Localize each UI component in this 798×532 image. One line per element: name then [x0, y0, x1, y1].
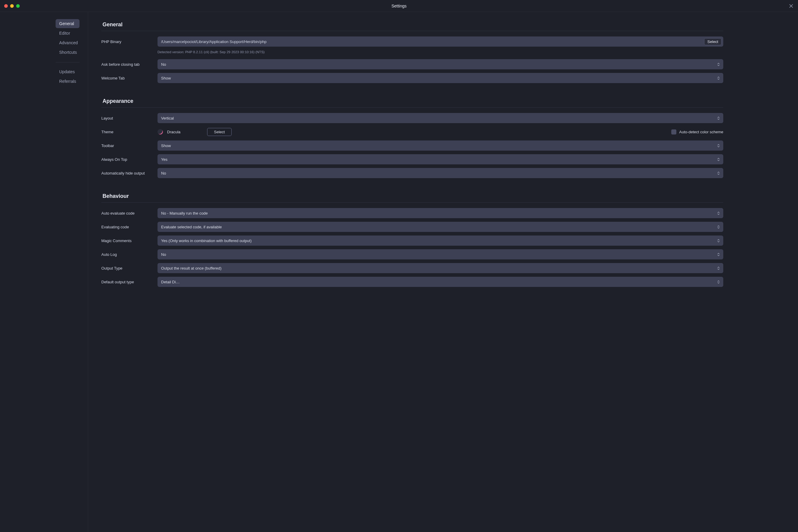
select-ask-before-closing[interactable]: No [157, 59, 723, 69]
section-behaviour: Behaviour Auto evaluate code No - Manual… [101, 192, 723, 287]
php-binary-value: /Users/marcelpociot/Library/Application … [161, 39, 704, 44]
section-appearance: Appearance Layout Vertical [101, 97, 723, 178]
php-version-detected: Detected version: PHP 8.2.11 (cli) (buil… [157, 50, 723, 54]
row-theme: Theme Dracula Select Auto-detect color s… [101, 127, 723, 137]
sidebar-item-shortcuts[interactable]: Shortcuts [56, 48, 79, 57]
select-auto-hide-output[interactable]: No [157, 168, 723, 178]
label-toolbar: Toolbar [101, 144, 157, 148]
sidebar-item-editor[interactable]: Editor [56, 29, 79, 38]
row-default-output-type: Default output type Detail Di… [101, 277, 723, 287]
php-binary-select-button[interactable]: Select [704, 38, 721, 45]
row-always-on-top: Always On Top Yes [101, 154, 723, 164]
sidebar-item-general[interactable]: General [56, 19, 79, 28]
label-theme: Theme [101, 130, 157, 134]
close-icon[interactable] [788, 3, 794, 9]
select-auto-evaluate[interactable]: No - Manually run the code [157, 208, 723, 218]
label-always-on-top: Always On Top [101, 157, 157, 162]
row-auto-log: Auto Log No [101, 249, 723, 260]
sidebar-item-updates[interactable]: Updates [56, 67, 79, 76]
theme-preview-icon [157, 129, 163, 134]
auto-detect-color-label: Auto-detect color scheme [679, 130, 723, 134]
traffic-lights [4, 4, 20, 8]
label-output-type: Output Type [101, 266, 157, 270]
chevron-updown-icon [717, 117, 720, 120]
section-title-behaviour: Behaviour [101, 192, 723, 203]
theme-name: Dracula [167, 130, 203, 134]
row-magic-comments: Magic Comments Yes (Only works in combin… [101, 235, 723, 246]
chevron-updown-icon [717, 63, 720, 66]
titlebar: Settings [0, 0, 798, 12]
row-layout: Layout Vertical [101, 113, 723, 123]
sidebar: General Editor Advanced Shortcuts Update… [0, 12, 88, 532]
label-auto-hide-output: Automatically hide output [101, 171, 157, 175]
select-magic-comments[interactable]: Yes (Only works in combination with buff… [157, 235, 723, 246]
window-minimize-button[interactable] [10, 4, 14, 8]
auto-detect-color-checkbox[interactable] [671, 129, 676, 134]
row-ask-before-closing: Ask before closing tab No [101, 59, 723, 69]
row-php-binary: PHP Binary /Users/marcelpociot/Library/A… [101, 36, 723, 46]
chevron-updown-icon [717, 225, 720, 229]
label-layout: Layout [101, 116, 157, 120]
label-evaluating-code: Evaluating code [101, 225, 157, 229]
label-auto-log: Auto Log [101, 252, 157, 257]
sidebar-divider [56, 62, 79, 62]
select-auto-log[interactable]: No [157, 249, 723, 260]
chevron-updown-icon [717, 280, 720, 284]
row-toolbar: Toolbar Show [101, 140, 723, 151]
label-welcome-tab: Welcome Tab [101, 76, 157, 80]
section-title-general: General [101, 20, 723, 31]
label-ask-before-closing: Ask before closing tab [101, 62, 157, 66]
select-layout[interactable]: Vertical [157, 113, 723, 123]
select-welcome-tab[interactable]: Show [157, 73, 723, 83]
sidebar-item-referrals[interactable]: Referrals [56, 77, 79, 86]
chevron-updown-icon [717, 239, 720, 242]
row-auto-evaluate: Auto evaluate code No - Manually run the… [101, 208, 723, 218]
settings-content[interactable]: General PHP Binary /Users/marcelpociot/L… [88, 12, 798, 532]
label-magic-comments: Magic Comments [101, 239, 157, 243]
php-binary-field[interactable]: /Users/marcelpociot/Library/Application … [157, 36, 723, 46]
chevron-updown-icon [717, 212, 720, 215]
select-evaluating-code[interactable]: Evaluate selected code, if available [157, 222, 723, 232]
label-default-output-type: Default output type [101, 280, 157, 284]
row-auto-hide-output: Automatically hide output No [101, 168, 723, 178]
section-general: General PHP Binary /Users/marcelpociot/L… [101, 20, 723, 83]
label-auto-evaluate: Auto evaluate code [101, 211, 157, 215]
select-always-on-top[interactable]: Yes [157, 154, 723, 164]
select-toolbar[interactable]: Show [157, 140, 723, 151]
chevron-updown-icon [717, 267, 720, 270]
window-maximize-button[interactable] [16, 4, 20, 8]
chevron-updown-icon [717, 172, 720, 175]
row-welcome-tab: Welcome Tab Show [101, 73, 723, 83]
select-default-output-type[interactable]: Detail Di… [157, 277, 723, 287]
row-evaluating-code: Evaluating code Evaluate selected code, … [101, 222, 723, 232]
theme-select-button[interactable]: Select [207, 128, 232, 136]
chevron-updown-icon [717, 144, 720, 147]
label-php-binary: PHP Binary [101, 39, 157, 44]
select-output-type[interactable]: Output the result at once (buffered) [157, 263, 723, 273]
chevron-updown-icon [717, 253, 720, 256]
row-output-type: Output Type Output the result at once (b… [101, 263, 723, 273]
sidebar-item-advanced[interactable]: Advanced [56, 38, 79, 47]
window-title: Settings [392, 4, 407, 8]
section-title-appearance: Appearance [101, 97, 723, 108]
window-body: General Editor Advanced Shortcuts Update… [0, 12, 798, 532]
settings-window: Settings General Editor Advanced Shortcu… [0, 0, 798, 532]
chevron-updown-icon [717, 158, 720, 161]
window-close-button[interactable] [4, 4, 8, 8]
chevron-updown-icon [717, 77, 720, 80]
